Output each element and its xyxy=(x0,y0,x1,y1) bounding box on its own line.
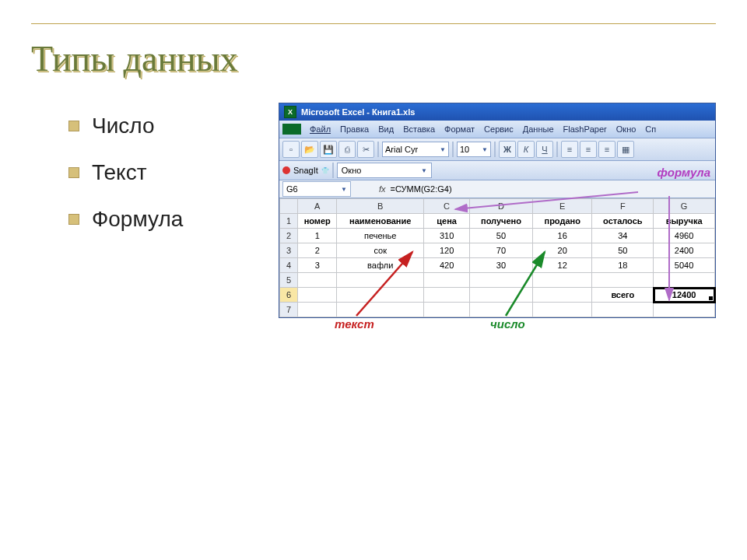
save-icon[interactable]: 💾 xyxy=(320,141,337,158)
cell[interactable]: 1 xyxy=(298,229,337,243)
cell[interactable]: осталось xyxy=(592,214,654,229)
menu-format[interactable]: Формат xyxy=(440,124,479,134)
cell[interactable] xyxy=(337,288,424,303)
bullet-icon xyxy=(68,214,79,225)
cell[interactable]: 2 xyxy=(298,243,337,258)
menu-data[interactable]: Данные xyxy=(519,124,558,134)
cell[interactable] xyxy=(424,273,470,288)
cell[interactable]: 50 xyxy=(592,243,654,258)
active-cell[interactable]: 12400 xyxy=(654,288,715,303)
align-left-icon[interactable]: ≡ xyxy=(561,141,578,158)
table-row: 2 1 печенье 310 50 16 34 4960 xyxy=(280,229,715,243)
cell[interactable] xyxy=(592,273,654,288)
open-icon[interactable]: 📂 xyxy=(301,141,318,158)
cell[interactable]: получено xyxy=(469,214,532,229)
row-header[interactable]: 4 xyxy=(280,258,298,273)
cell[interactable]: 120 xyxy=(424,243,470,258)
cell[interactable]: 20 xyxy=(532,243,592,258)
cell[interactable] xyxy=(592,303,654,317)
menu-edit[interactable]: Правка xyxy=(336,124,373,134)
cell[interactable] xyxy=(337,303,424,317)
cell[interactable]: всего xyxy=(592,288,654,303)
cell[interactable]: продано xyxy=(532,214,592,229)
italic-button[interactable]: К xyxy=(517,141,535,158)
permissions-icon[interactable]: ⎙ xyxy=(338,141,356,158)
cell[interactable] xyxy=(298,273,337,288)
standard-toolbar: ▫ 📂 💾 ⎙ ✂ Arial Cyr▼ 10▼ Ж К Ч ≡ ≡ ≡ ▦ xyxy=(279,138,715,161)
menu-tools[interactable]: Сервис xyxy=(480,124,517,134)
cell[interactable] xyxy=(654,303,715,317)
col-header[interactable]: C xyxy=(424,199,470,214)
menu-view[interactable]: Вид xyxy=(374,124,398,134)
cell[interactable] xyxy=(469,273,532,288)
cell[interactable]: наименование xyxy=(337,214,424,229)
chevron-down-icon: ▼ xyxy=(482,146,488,153)
row-header[interactable]: 3 xyxy=(280,243,298,258)
cell[interactable]: 50 xyxy=(469,229,532,243)
cell[interactable]: 70 xyxy=(469,243,532,258)
row-header[interactable]: 1 xyxy=(280,214,298,229)
col-header[interactable]: G xyxy=(654,199,715,214)
cell[interactable]: 5040 xyxy=(654,258,715,273)
top-rule xyxy=(31,23,716,24)
col-header[interactable]: D xyxy=(469,199,532,214)
cell[interactable]: цена xyxy=(424,214,470,229)
font-name-select[interactable]: Arial Cyr▼ xyxy=(382,142,449,157)
cell[interactable]: выручка xyxy=(654,214,715,229)
fill-handle[interactable] xyxy=(709,296,713,300)
cell[interactable]: 16 xyxy=(532,229,592,243)
cell[interactable]: 420 xyxy=(424,258,470,273)
menu-help[interactable]: Сп xyxy=(641,124,660,134)
excel-titlebar[interactable]: X Microsoft Excel - Книга1.xls xyxy=(279,103,715,121)
cell[interactable]: номер xyxy=(298,214,337,229)
menu-file[interactable]: Файл xyxy=(306,124,335,134)
cell[interactable] xyxy=(424,303,470,317)
cell[interactable]: 30 xyxy=(469,258,532,273)
new-icon[interactable]: ▫ xyxy=(282,141,300,158)
cell[interactable] xyxy=(532,288,592,303)
col-header[interactable]: F xyxy=(592,199,654,214)
cell[interactable]: 12 xyxy=(532,258,592,273)
col-header[interactable]: B xyxy=(337,199,424,214)
cell[interactable]: сок xyxy=(337,243,424,258)
cell[interactable]: 34 xyxy=(592,229,654,243)
cell[interactable] xyxy=(337,273,424,288)
cell[interactable] xyxy=(469,303,532,317)
cell[interactable] xyxy=(469,288,532,303)
cell[interactable] xyxy=(424,288,470,303)
row-header[interactable]: 7 xyxy=(280,303,298,317)
cell[interactable] xyxy=(532,273,592,288)
cell[interactable]: 18 xyxy=(592,258,654,273)
underline-button[interactable]: Ч xyxy=(536,141,553,158)
name-box[interactable]: G6▼ xyxy=(282,181,351,197)
menu-insert[interactable]: Вставка xyxy=(399,124,439,134)
cell[interactable] xyxy=(654,273,715,288)
cell[interactable] xyxy=(532,303,592,317)
merge-icon[interactable]: ▦ xyxy=(617,141,634,158)
cell[interactable]: вафли xyxy=(337,258,424,273)
align-center-icon[interactable]: ≡ xyxy=(580,141,597,158)
menu-window[interactable]: Окно xyxy=(612,124,640,134)
spreadsheet-grid[interactable]: A B C D E F G 1 номер наименование цена … xyxy=(279,198,715,317)
cell[interactable]: 310 xyxy=(424,229,470,243)
bold-button[interactable]: Ж xyxy=(499,141,516,158)
cell[interactable] xyxy=(298,303,337,317)
snagit-target-select[interactable]: Окно▼ xyxy=(337,163,432,178)
cell[interactable]: 4960 xyxy=(654,229,715,243)
cell[interactable]: печенье xyxy=(337,229,424,243)
col-header[interactable]: E xyxy=(532,199,592,214)
cell[interactable]: 2400 xyxy=(654,243,715,258)
fx-icon[interactable]: fx xyxy=(379,184,386,194)
row-header[interactable]: 2 xyxy=(280,229,298,243)
formula-value[interactable]: =СУММ(G2:G4) xyxy=(391,184,452,194)
menu-flashpaper[interactable]: FlashPaper xyxy=(559,124,611,134)
select-all-corner[interactable] xyxy=(280,199,298,214)
print-icon[interactable]: ✂ xyxy=(357,141,374,158)
cell[interactable] xyxy=(298,288,337,303)
row-header[interactable]: 6 xyxy=(280,288,298,303)
align-right-icon[interactable]: ≡ xyxy=(598,141,615,158)
font-size-select[interactable]: 10▼ xyxy=(457,142,491,157)
row-header[interactable]: 5 xyxy=(280,273,298,288)
cell[interactable]: 3 xyxy=(298,258,337,273)
col-header[interactable]: A xyxy=(298,199,337,214)
